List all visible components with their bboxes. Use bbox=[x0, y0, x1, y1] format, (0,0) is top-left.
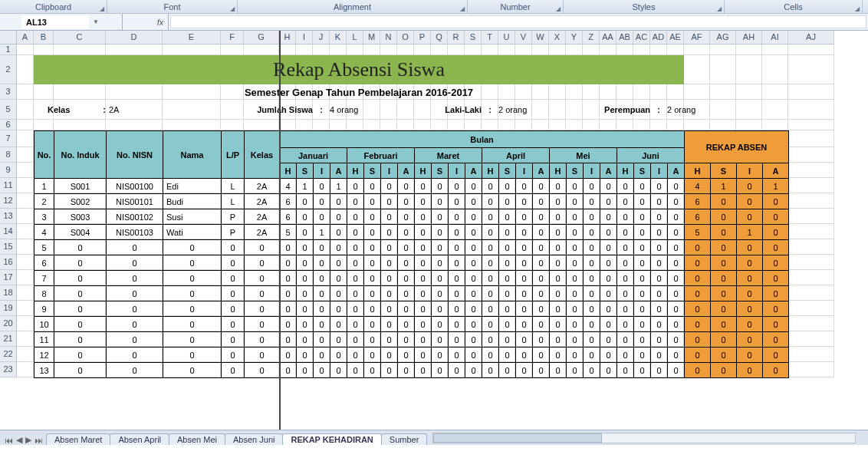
table-row[interactable]: 11000000000000000000000000000000000 bbox=[35, 332, 789, 348]
col-header[interactable]: A bbox=[17, 31, 34, 44]
horizontal-scrollbar[interactable] bbox=[432, 433, 856, 443]
last-icon[interactable]: ⏭ bbox=[35, 436, 43, 445]
cell-grid[interactable]: Rekap Absensi SiswaSemester Genap Tahun … bbox=[17, 44, 868, 445]
row-header[interactable]: 13 bbox=[0, 209, 17, 224]
col-header[interactable]: P bbox=[414, 31, 431, 44]
row-header[interactable]: 18 bbox=[0, 285, 17, 301]
col-header[interactable]: K bbox=[330, 31, 347, 44]
row-header[interactable]: 9 bbox=[0, 163, 17, 178]
col-header[interactable]: T bbox=[482, 31, 498, 44]
dialog-launcher-icon[interactable]: ◢ bbox=[855, 5, 860, 12]
col-header[interactable]: D bbox=[106, 31, 163, 44]
col-header[interactable]: AH bbox=[736, 31, 762, 44]
col-header[interactable]: E bbox=[163, 31, 221, 44]
col-header[interactable]: X bbox=[549, 31, 566, 44]
row-header[interactable]: 1 bbox=[0, 44, 17, 55]
ribbon-group-cells[interactable]: Cells◢ bbox=[725, 0, 863, 13]
sheet-tab[interactable]: Sumber bbox=[381, 433, 428, 445]
col-header[interactable]: U bbox=[498, 31, 515, 44]
name-box-input[interactable] bbox=[21, 15, 89, 29]
table-row[interactable]: 7000000000000000000000000000000000 bbox=[35, 271, 789, 286]
row-header[interactable]: 11 bbox=[0, 178, 17, 193]
col-header[interactable]: AI bbox=[762, 31, 788, 44]
row-header[interactable]: 7 bbox=[0, 130, 17, 147]
col-header[interactable]: C bbox=[54, 31, 106, 44]
row-header[interactable]: 23 bbox=[0, 362, 17, 377]
next-icon[interactable]: ▶ bbox=[25, 435, 31, 445]
prev-icon[interactable]: ◀ bbox=[16, 435, 22, 445]
row-header[interactable]: 16 bbox=[0, 255, 17, 270]
col-header[interactable]: AG bbox=[710, 31, 736, 44]
table-row[interactable]: 4S004NIS00103WatiP2A50100000000000000000… bbox=[35, 225, 789, 240]
col-header[interactable]: AA bbox=[600, 31, 616, 44]
row-header[interactable]: 14 bbox=[0, 224, 17, 239]
col-header[interactable]: AJ bbox=[788, 31, 834, 44]
dialog-launcher-icon[interactable]: ◢ bbox=[556, 5, 561, 12]
table-row[interactable]: 3S003NIS00102SusiP2A60000000000000000000… bbox=[35, 209, 789, 225]
sheet-tab[interactable]: Absen Maret bbox=[46, 433, 110, 445]
row-header[interactable]: 6 bbox=[0, 120, 17, 130]
col-header[interactable]: B bbox=[34, 31, 54, 44]
col-header[interactable]: N bbox=[380, 31, 397, 44]
row-header[interactable]: 22 bbox=[0, 347, 17, 362]
row-header[interactable]: 3 bbox=[0, 84, 17, 100]
sheet-tab[interactable]: Absen April bbox=[110, 433, 169, 445]
row-header[interactable]: 15 bbox=[0, 239, 17, 255]
sheet-tab[interactable]: Absen Juni bbox=[225, 433, 283, 445]
col-header[interactable]: F bbox=[221, 31, 244, 44]
col-header[interactable]: V bbox=[515, 31, 532, 44]
row-header[interactable]: 12 bbox=[0, 193, 17, 209]
table-row[interactable]: 6000000000000000000000000000000000 bbox=[35, 255, 789, 271]
dialog-launcher-icon[interactable]: ◢ bbox=[230, 5, 235, 12]
select-all-corner[interactable] bbox=[0, 31, 17, 44]
table-row[interactable]: 12000000000000000000000000000000000 bbox=[35, 348, 789, 363]
table-row[interactable]: 9000000000000000000000000000000000 bbox=[35, 301, 789, 317]
fx-icon[interactable]: fx bbox=[153, 18, 168, 27]
row-header[interactable]: 17 bbox=[0, 270, 17, 285]
table-row[interactable]: 10000000000000000000000000000000000 bbox=[35, 317, 789, 332]
col-header[interactable]: S bbox=[465, 31, 482, 44]
row-header[interactable]: 20 bbox=[0, 316, 17, 331]
dialog-launcher-icon[interactable]: ◢ bbox=[460, 5, 465, 12]
dialog-launcher-icon[interactable]: ◢ bbox=[717, 5, 722, 12]
col-header[interactable]: L bbox=[347, 31, 363, 44]
col-header[interactable]: AE bbox=[667, 31, 684, 44]
col-header[interactable]: O bbox=[397, 31, 414, 44]
dialog-launcher-icon[interactable]: ◢ bbox=[100, 5, 104, 12]
attendance-table[interactable]: No.No. IndukNo. NISNNamaL/PKelasBulanREK… bbox=[34, 130, 789, 378]
col-header[interactable]: W bbox=[532, 31, 549, 44]
sheet-tab[interactable]: Absen Mei bbox=[169, 433, 225, 445]
col-header[interactable]: J bbox=[313, 31, 330, 44]
chevron-down-icon[interactable]: ▼ bbox=[90, 18, 101, 25]
first-icon[interactable]: ⏮ bbox=[5, 436, 13, 445]
row-header[interactable]: 21 bbox=[0, 331, 17, 347]
name-box[interactable]: ▼ bbox=[0, 14, 123, 30]
ribbon-group-number[interactable]: Number◢ bbox=[468, 0, 564, 13]
col-header[interactable]: AC bbox=[633, 31, 650, 44]
row-header[interactable]: 5 bbox=[0, 100, 17, 120]
table-row[interactable]: 2S002NIS00101BudiL2A60000000000000000000… bbox=[35, 194, 789, 209]
col-header[interactable]: R bbox=[448, 31, 465, 44]
table-row[interactable]: 1S001NIS00100EdiL2A410100000000000000000… bbox=[35, 179, 789, 194]
col-header[interactable]: H bbox=[279, 31, 296, 44]
row-header[interactable]: 2 bbox=[0, 55, 17, 84]
col-header[interactable]: G bbox=[244, 31, 279, 44]
column-headers[interactable]: ABCDEFGHIJKLMNOPQRSTUVWXYZAAABACADAEAFAG… bbox=[17, 31, 834, 44]
row-header[interactable]: 19 bbox=[0, 301, 17, 316]
sheet-tab[interactable]: REKAP KEHADIRAN bbox=[282, 433, 381, 445]
col-header[interactable]: Z bbox=[583, 31, 600, 44]
col-header[interactable]: Y bbox=[566, 31, 583, 44]
col-header[interactable]: AF bbox=[684, 31, 710, 44]
col-header[interactable]: AB bbox=[616, 31, 633, 44]
tab-nav-buttons[interactable]: ⏮ ◀ ▶ ⏭ bbox=[0, 435, 46, 445]
col-header[interactable]: Q bbox=[431, 31, 448, 44]
worksheet-area[interactable]: ABCDEFGHIJKLMNOPQRSTUVWXYZAAABACADAEAFAG… bbox=[0, 31, 868, 445]
row-header[interactable]: 8 bbox=[0, 147, 17, 163]
ribbon-group-alignment[interactable]: Alignment◢ bbox=[238, 0, 468, 13]
table-row[interactable]: 5000000000000000000000000000000000 bbox=[35, 240, 789, 255]
col-header[interactable]: AD bbox=[650, 31, 667, 44]
row-headers[interactable]: 1235678911121314151617181920212223 bbox=[0, 44, 17, 377]
ribbon-group-clipboard[interactable]: Clipboard◢ bbox=[0, 0, 107, 13]
formula-input[interactable] bbox=[170, 15, 866, 28]
col-header[interactable]: M bbox=[363, 31, 380, 44]
